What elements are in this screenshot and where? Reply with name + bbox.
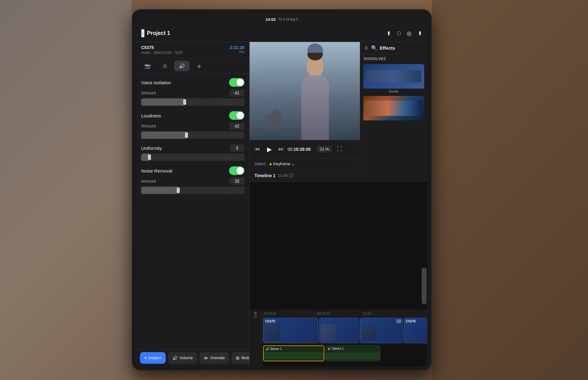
search-icon[interactable]: 🔍 bbox=[371, 45, 377, 51]
ruler-mark-1: |00:05:00 bbox=[317, 312, 330, 315]
audio-clip-stereo1-label: 🔊 Stereo 1 bbox=[266, 347, 282, 351]
inspect-label: Inspect bbox=[149, 355, 161, 360]
skip-forward-button[interactable]: ⏭ bbox=[278, 146, 284, 152]
noise-removal-toggle[interactable] bbox=[229, 166, 244, 175]
timeline-tracks: C5375 bbox=[262, 317, 427, 366]
ipad-frame: 14:02 Th 4 24 thg 5 ‹ Project 1 ⬆ □ ◎ ⬆ … bbox=[132, 9, 432, 371]
slider-dots-2 bbox=[141, 131, 244, 139]
inspect-button[interactable]: ≡ Inspect bbox=[140, 352, 166, 364]
voice-isolation-label: Voice Isolation bbox=[141, 80, 171, 85]
effects-pause-icon[interactable]: ⏸ bbox=[364, 45, 369, 51]
noise-removal-section: Noise Removal Amount 35 bbox=[141, 166, 244, 194]
playback-bar: ⏮ ▶ ⏭ 00:10:26:05 21 % ⛶ bbox=[250, 140, 360, 158]
noise-removal-amount-label: Amount bbox=[141, 179, 156, 184]
loudness-toggle[interactable] bbox=[229, 111, 244, 120]
loudness-label: Loudness bbox=[141, 113, 161, 118]
effect-2[interactable] bbox=[363, 96, 424, 122]
clip-c5375[interactable]: C5375 bbox=[263, 318, 318, 343]
clip-2[interactable] bbox=[319, 318, 359, 343]
bottom-toolbar: ≡ Inspect 🔊 Volume ≫ Animate ⊞ Multicam bbox=[136, 349, 249, 366]
uniformity-label: Uniformity bbox=[141, 146, 162, 151]
noise-removal-slider[interactable] bbox=[141, 187, 244, 194]
tab-strip: 📷 ⊞ 🔊 ◈ bbox=[136, 58, 249, 74]
timecode-prefix: 00: bbox=[288, 147, 293, 152]
timecode-display: 00:10:26:05 bbox=[288, 147, 311, 152]
effect-divide[interactable]: Divide bbox=[363, 64, 424, 94]
timeline-info-button[interactable]: ⓘ bbox=[289, 173, 293, 178]
dissolves-label: DISSOLVES bbox=[360, 54, 427, 62]
db-label: 0 dB bbox=[254, 312, 257, 318]
audio-icon-2: 🔊 bbox=[327, 347, 331, 350]
skip-back-button[interactable]: ⏮ bbox=[254, 146, 260, 152]
project-title: Project 1 bbox=[147, 30, 386, 36]
clip-c5375-label: C5375 bbox=[265, 319, 275, 323]
multicam-button[interactable]: ⊞ Multicam bbox=[232, 352, 250, 364]
noise-removal-label: Noise Removal bbox=[141, 168, 172, 173]
db-indicator: 0 dB bbox=[250, 309, 262, 366]
share-icon[interactable]: ⬆ bbox=[418, 30, 422, 37]
tab-camera[interactable]: 📷 bbox=[140, 61, 155, 71]
header-bar: ‹ Project 1 ⬆ □ ◎ ⬆ bbox=[136, 25, 427, 42]
voice-isolation-amount-value: 41 bbox=[230, 89, 244, 97]
effects-panel: ⏸ 🔍 Effects DISSOLVES Divide bbox=[360, 42, 427, 189]
audio-track: 🔊 Stereo 1 🔊 Stereo 1 bbox=[262, 344, 427, 363]
uniformity-slider-knob bbox=[148, 154, 151, 160]
voice-isolation-amount-label: Amount bbox=[141, 90, 156, 95]
loudness-slider[interactable] bbox=[141, 131, 244, 139]
tab-layers[interactable]: ◈ bbox=[191, 61, 207, 71]
animate-button[interactable]: ≫ Animate bbox=[199, 352, 229, 364]
ipad-screen: 14:02 Th 4 24 thg 5 ‹ Project 1 ⬆ □ ◎ ⬆ … bbox=[136, 14, 427, 366]
keyframe-button[interactable]: ◆ Keyframe ⌄ bbox=[269, 162, 295, 166]
project-info: C5375 Audio · 3840x2160 · SDR 2:31:20 25… bbox=[136, 42, 249, 58]
ruler-mark-2: |10:00 bbox=[363, 312, 371, 315]
audio-tab-icon: 🔊 bbox=[179, 63, 185, 69]
right-panel: ⏸ 🔍 Effects DISSOLVES Divide bbox=[250, 42, 427, 366]
uniformity-slider[interactable] bbox=[141, 154, 244, 161]
slider-dots-3 bbox=[141, 154, 244, 161]
tab-layout[interactable]: ⊞ bbox=[157, 61, 172, 71]
scroll-handle[interactable] bbox=[422, 268, 427, 304]
fullscreen-button[interactable]: ⛶ bbox=[337, 146, 342, 152]
audio-waveform-1 bbox=[264, 352, 324, 359]
upload-icon[interactable]: ⬆ bbox=[386, 30, 391, 37]
audio-clip-stereo1[interactable]: 🔊 Stereo 1 bbox=[263, 345, 324, 361]
location-icon[interactable]: ◎ bbox=[407, 30, 412, 37]
loudness-section: Loudness Amount 42 bbox=[141, 111, 244, 139]
slider-dots-4 bbox=[141, 187, 244, 194]
project-duration: 2:31:20 bbox=[230, 45, 244, 50]
video-bg-person2 bbox=[266, 114, 274, 131]
effect-divide-thumb bbox=[363, 64, 424, 89]
timecode-value: 10:26:05 bbox=[293, 147, 311, 152]
header-icons: ⬆ □ ◎ ⬆ bbox=[386, 30, 422, 37]
clip-3[interactable] bbox=[360, 318, 403, 343]
audio-clip-stereo1b[interactable]: 🔊 Stereo 1 bbox=[325, 345, 380, 361]
voice-isolation-slider[interactable] bbox=[141, 98, 244, 106]
voice-isolation-toggle[interactable] bbox=[229, 78, 244, 87]
clip-3-thumb bbox=[360, 318, 402, 343]
timeline-ruler: 00:00:00 |00:05:00 |10:00 bbox=[262, 309, 427, 317]
clip-2-thumb bbox=[319, 318, 359, 343]
animate-icon: ≫ bbox=[204, 355, 208, 360]
volume-icon: 🔊 bbox=[172, 355, 178, 360]
diamond-icon: ◆ bbox=[269, 162, 272, 166]
zoom-indicator: 21 % bbox=[317, 146, 332, 153]
back-button[interactable]: ‹ bbox=[141, 29, 145, 37]
bg-blur-right bbox=[432, 0, 588, 380]
project-meta: Audio · 3840x2160 · SDR bbox=[141, 51, 183, 55]
audio-waveform-2 bbox=[326, 352, 380, 360]
camera-icon[interactable]: □ bbox=[397, 30, 401, 36]
loudness-slider-knob bbox=[185, 132, 188, 138]
effects-header: ⏸ 🔍 Effects bbox=[360, 42, 427, 54]
controls-area: Voice Isolation Amount 41 bbox=[136, 74, 249, 349]
keyframe-bar: Select ◆ Keyframe ⌄ bbox=[250, 158, 360, 169]
status-date: Th 4 24 thg 5 bbox=[278, 17, 298, 21]
timeline-duration: 13:46 bbox=[278, 173, 288, 178]
volume-button[interactable]: 🔊 Volume bbox=[168, 352, 197, 364]
status-bar: 14:02 Th 4 24 thg 5 bbox=[136, 14, 427, 25]
timeline-title: Timeline 1 bbox=[254, 173, 275, 178]
left-panel: C5375 Audio · 3840x2160 · SDR 2:31:20 25… bbox=[136, 42, 250, 366]
tab-audio[interactable]: 🔊 bbox=[174, 61, 190, 71]
play-button[interactable]: ▶ bbox=[264, 144, 275, 155]
clip-c5376-label: C5376 bbox=[406, 319, 416, 323]
clip-c5376[interactable]: C5376 bbox=[404, 318, 427, 343]
